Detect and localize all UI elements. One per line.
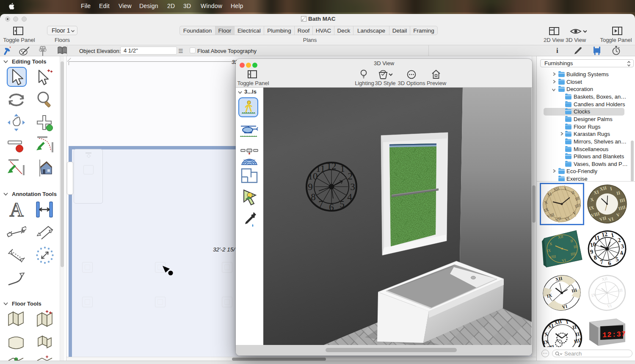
svg-text:5: 5 <box>340 199 345 210</box>
svg-text:12: 12 <box>327 161 337 171</box>
svg-text:9: 9 <box>308 182 313 192</box>
svg-text:IIII: IIII <box>570 251 576 256</box>
svg-text:XII: XII <box>601 276 608 281</box>
svg-text:2: 2 <box>617 237 621 243</box>
svg-text:XII: XII <box>558 234 563 240</box>
svg-text:VIII: VIII <box>549 254 556 259</box>
svg-text:9: 9 <box>590 248 594 255</box>
svg-text:1: 1 <box>340 163 345 174</box>
svg-text:2: 2 <box>348 171 353 182</box>
svg-text:4: 4 <box>619 250 623 256</box>
svg-text:11: 11 <box>316 163 325 174</box>
svg-text:12:37: 12:37 <box>602 330 626 339</box>
svg-text:1: 1 <box>610 232 614 239</box>
svg-text:6: 6 <box>329 202 334 212</box>
svg-text:IX: IX <box>547 248 551 253</box>
svg-text:7: 7 <box>318 199 323 210</box>
svg-text:5: 5 <box>615 256 619 263</box>
svg-text:VI: VI <box>561 258 566 263</box>
svg-text:A: A <box>9 200 23 219</box>
svg-text:VI: VI <box>562 303 568 309</box>
svg-text:10: 10 <box>590 241 596 248</box>
svg-text:IX: IX <box>591 292 596 298</box>
svg-text:IX: IX <box>546 292 552 298</box>
svg-text:XI: XI <box>547 323 555 330</box>
svg-text:III: III <box>618 288 623 293</box>
svg-text:8: 8 <box>311 192 316 202</box>
svg-text:11: 11 <box>594 234 600 242</box>
svg-text:3: 3 <box>350 182 355 192</box>
svg-text:3: 3 <box>621 243 624 250</box>
svg-text:6: 6 <box>607 260 611 267</box>
svg-text:12: 12 <box>601 231 608 238</box>
svg-text:4: 4 <box>347 192 352 202</box>
svg-text:VI: VI <box>607 303 612 309</box>
svg-text:III: III <box>574 245 578 249</box>
svg-text:X: X <box>544 331 549 338</box>
